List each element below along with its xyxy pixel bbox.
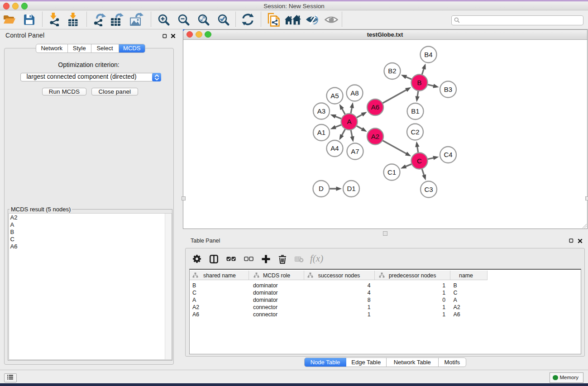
- svg-text:B1: B1: [411, 107, 419, 115]
- svg-text:B3: B3: [444, 86, 452, 93]
- svg-text:A4: A4: [330, 144, 339, 152]
- svg-text:C: C: [417, 157, 422, 165]
- svg-text:B: B: [417, 79, 421, 86]
- svg-text:D: D: [319, 185, 324, 192]
- svg-text:C1: C1: [387, 168, 396, 176]
- svg-text:C4: C4: [444, 151, 452, 158]
- svg-text:A2: A2: [371, 133, 379, 140]
- svg-text:A7: A7: [351, 148, 359, 155]
- svg-text:C3: C3: [424, 186, 433, 193]
- svg-text:D1: D1: [347, 185, 355, 192]
- svg-text:A3: A3: [317, 107, 325, 115]
- svg-text:A1: A1: [317, 129, 325, 136]
- svg-text:B4: B4: [424, 51, 432, 58]
- svg-text:C2: C2: [411, 128, 419, 136]
- svg-text:A: A: [347, 118, 351, 125]
- svg-text:B2: B2: [388, 67, 396, 75]
- svg-text:A5: A5: [330, 92, 339, 100]
- svg-text:A6: A6: [371, 103, 379, 111]
- svg-text:A8: A8: [350, 89, 359, 97]
